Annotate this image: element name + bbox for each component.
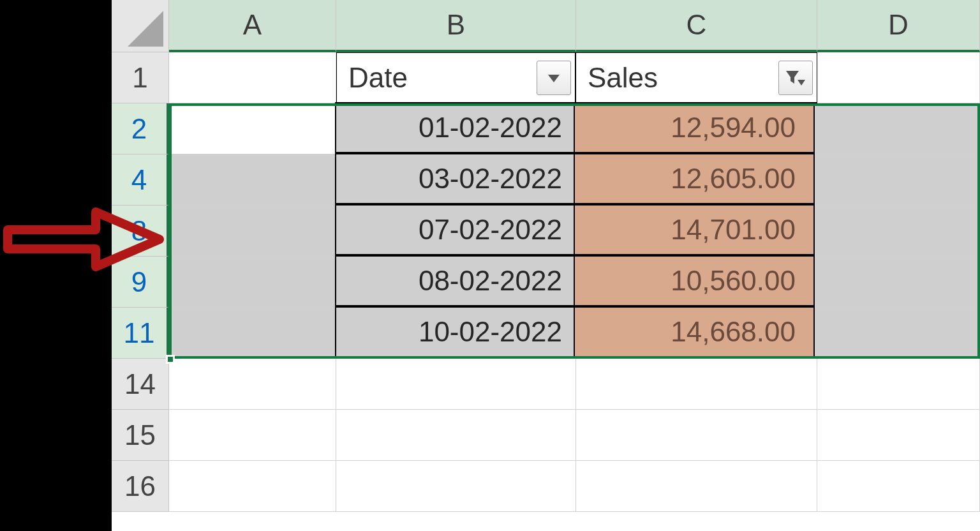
column-header-row: A B C D	[112, 0, 980, 52]
cell-C11[interactable]: 14,668.00	[574, 306, 815, 357]
cell-A16[interactable]	[169, 461, 336, 512]
cell-D1[interactable]	[817, 52, 980, 103]
chevron-down-icon	[544, 68, 563, 87]
cell-C14[interactable]	[576, 359, 817, 410]
cell-D16[interactable]	[817, 461, 980, 512]
row-header-8[interactable]: 8	[112, 206, 169, 257]
row-header-column: 1 2 4 8 9 11 14 15 16	[112, 52, 169, 512]
selection-handle[interactable]	[166, 355, 175, 364]
cell-D11[interactable]	[815, 308, 977, 359]
cell-D2[interactable]	[815, 103, 977, 154]
cell-B11[interactable]: 10-02-2022	[335, 306, 575, 357]
row-header-2[interactable]: 2	[112, 103, 169, 154]
cell-A1[interactable]	[169, 52, 336, 103]
cell-D15[interactable]	[817, 410, 980, 461]
cell-A8[interactable]	[169, 206, 336, 257]
table-header-sales: Sales	[588, 62, 658, 94]
selected-region: 01-02-2022 12,594.00 03-02-2022 12,605.0…	[169, 103, 980, 359]
grid-body: Date Sales	[169, 52, 980, 512]
select-all-triangle[interactable]	[112, 0, 169, 52]
column-header-B[interactable]: B	[336, 0, 576, 52]
cell-D9[interactable]	[815, 257, 977, 308]
row-header-4[interactable]: 4	[112, 154, 169, 206]
cell-C8[interactable]: 14,701.00	[574, 204, 815, 255]
filter-button-date[interactable]	[537, 61, 571, 95]
svg-marker-2	[798, 80, 805, 86]
cell-C16[interactable]	[576, 461, 817, 512]
cell-C1[interactable]: Sales	[576, 52, 817, 103]
cell-B14[interactable]	[336, 359, 576, 410]
row-header-15[interactable]: 15	[112, 410, 169, 461]
cell-C9[interactable]: 10,560.00	[574, 255, 815, 306]
grid-row-8: 07-02-2022 14,701.00	[169, 206, 980, 257]
grid-row-1: Date Sales	[169, 52, 980, 103]
row-header-14[interactable]: 14	[112, 359, 169, 410]
cell-C2[interactable]: 12,594.00	[574, 102, 815, 153]
spreadsheet-viewport: A B C D 1 2 4 8 9 11 14 15 16 Date	[0, 0, 980, 531]
table-header-date: Date	[348, 62, 408, 94]
cell-D8[interactable]	[815, 206, 977, 257]
cell-B8[interactable]: 07-02-2022	[335, 204, 575, 255]
grid-row-4: 03-02-2022 12,605.00	[169, 154, 980, 206]
cell-B15[interactable]	[336, 410, 576, 461]
cell-D14[interactable]	[817, 359, 980, 410]
column-header-D[interactable]: D	[817, 0, 980, 52]
cell-A9[interactable]	[169, 257, 336, 308]
row-header-11[interactable]: 11	[112, 308, 169, 359]
svg-marker-0	[548, 75, 560, 82]
cell-A15[interactable]	[169, 410, 336, 461]
cell-A14[interactable]	[169, 359, 336, 410]
svg-marker-1	[786, 71, 799, 84]
grid-row-9: 08-02-2022 10,560.00	[169, 257, 980, 308]
cell-C15[interactable]	[576, 410, 817, 461]
column-header-C[interactable]: C	[576, 0, 817, 52]
grid-row-14	[169, 359, 980, 410]
cell-B4[interactable]: 03-02-2022	[335, 153, 575, 204]
left-margin-strip	[0, 0, 112, 531]
row-header-1[interactable]: 1	[112, 52, 169, 103]
filter-button-sales[interactable]	[778, 61, 813, 95]
cell-A2[interactable]	[169, 103, 336, 154]
cell-B2[interactable]: 01-02-2022	[335, 102, 575, 153]
cell-A11[interactable]	[169, 308, 336, 359]
grid-row-16	[169, 461, 980, 512]
cell-C4[interactable]: 12,605.00	[574, 153, 815, 204]
cell-B1[interactable]: Date	[336, 52, 576, 103]
grid-row-11: 10-02-2022 14,668.00	[169, 308, 980, 359]
grid-row-15	[169, 410, 980, 461]
row-header-9[interactable]: 9	[112, 257, 169, 308]
column-header-A[interactable]: A	[169, 0, 336, 52]
cell-B9[interactable]: 08-02-2022	[335, 255, 575, 306]
cell-B16[interactable]	[336, 461, 576, 512]
cell-D4[interactable]	[815, 154, 977, 206]
filter-active-icon	[785, 68, 806, 87]
row-header-16[interactable]: 16	[112, 461, 169, 512]
grid-row-2: 01-02-2022 12,594.00	[169, 103, 980, 154]
cell-A4[interactable]	[169, 154, 336, 206]
